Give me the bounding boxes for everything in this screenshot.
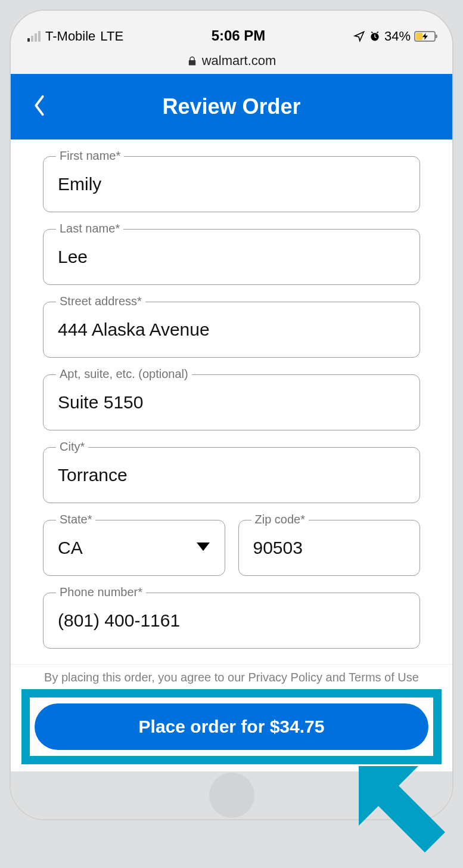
chevron-left-icon (32, 94, 46, 117)
last-name-input[interactable] (43, 229, 420, 285)
phone-label: Phone number* (56, 585, 146, 599)
clock: 5:06 PM (212, 27, 266, 44)
apt-input[interactable] (43, 374, 420, 430)
state-label: State* (56, 513, 95, 526)
status-right: 34% (353, 29, 436, 44)
first-name-input[interactable] (43, 156, 420, 212)
home-button[interactable] (209, 773, 254, 818)
content-area[interactable]: First name* Last name* Street address* A… (11, 140, 452, 663)
home-indicator-area (11, 771, 452, 819)
zip-input[interactable] (238, 520, 421, 576)
street-input[interactable] (43, 302, 420, 358)
state-select[interactable] (43, 520, 225, 576)
phone-input[interactable] (43, 593, 420, 649)
status-left: T-Mobile LTE (27, 29, 123, 44)
lock-icon (187, 56, 197, 66)
app-header: Review Order (11, 74, 452, 140)
order-footer: By placing this order, you agree to our … (11, 664, 452, 771)
first-name-group: First name* (43, 156, 420, 212)
place-order-button[interactable]: Place order for $34.75 (35, 703, 428, 750)
first-name-label: First name* (56, 149, 124, 163)
zip-group: Zip code* (238, 520, 421, 576)
apt-group: Apt, suite, etc. (optional) (43, 374, 420, 430)
signal-bars-icon (27, 31, 41, 42)
apt-label: Apt, suite, etc. (optional) (56, 367, 192, 381)
last-name-group: Last name* (43, 229, 420, 285)
street-label: Street address* (56, 294, 145, 308)
page-title: Review Order (11, 94, 452, 119)
phone-group: Phone number* (43, 593, 420, 649)
phone-frame: T-Mobile LTE 5:06 PM 34% walmart.com Rev… (10, 10, 453, 820)
battery-icon (414, 31, 436, 42)
alarm-icon (369, 30, 381, 42)
battery-pct-label: 34% (384, 29, 411, 44)
city-label: City* (56, 440, 88, 454)
network-label: LTE (100, 29, 123, 44)
browser-bar: walmart.com (11, 48, 452, 74)
street-group: Street address* (43, 302, 420, 358)
highlight-annotation: Place order for $34.75 (21, 689, 442, 764)
back-button[interactable] (32, 94, 46, 119)
status-bar: T-Mobile LTE 5:06 PM 34% (11, 11, 452, 48)
state-group: State* (43, 520, 225, 576)
city-group: City* (43, 447, 420, 503)
location-arrow-icon (353, 30, 365, 42)
url-domain: walmart.com (202, 53, 276, 69)
address-form: First name* Last name* Street address* A… (43, 140, 420, 663)
zip-label: Zip code* (251, 513, 309, 526)
agreement-text: By placing this order, you agree to our … (11, 668, 452, 689)
last-name-label: Last name* (56, 222, 123, 235)
carrier-label: T-Mobile (45, 29, 95, 44)
city-input[interactable] (43, 447, 420, 503)
